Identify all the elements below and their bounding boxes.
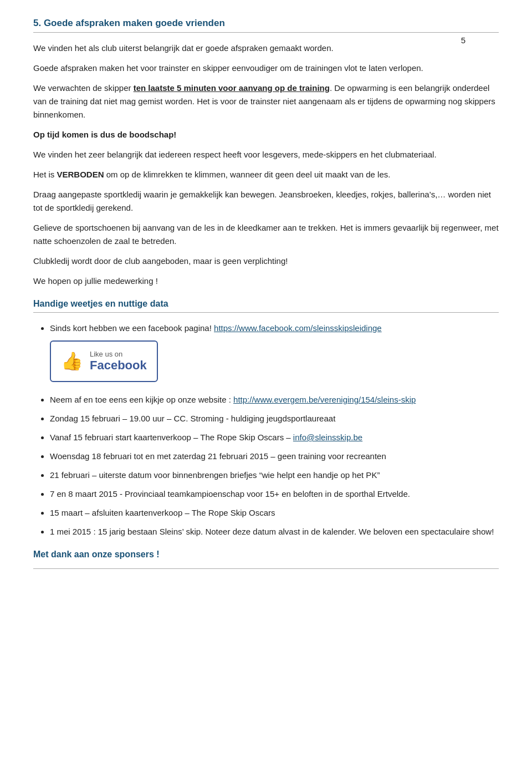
handige-divider: [33, 312, 499, 313]
facebook-text-before: Sinds kort hebben we een facebook pagina…: [50, 323, 214, 333]
para-1: We vinden het als club uiterst belangrij…: [33, 42, 499, 55]
website-text-before: Neem af en toe eens een kijkje op onze w…: [50, 395, 233, 404]
page-number: 5: [461, 35, 466, 45]
list-item-website: Neem af en toe eens een kijkje op onze w…: [50, 393, 499, 406]
verboden-label: VERBODEN: [57, 170, 104, 179]
facebook-box-text: Like us on Facebook: [90, 350, 147, 373]
list-item-facebook: Sinds kort hebben we een facebook pagina…: [50, 322, 499, 388]
para-7: Draag aangepaste sportkledij waarin je g…: [33, 188, 499, 215]
section5-title: 5. Goede afspraken maken goede vrienden: [33, 18, 499, 29]
para-10: We hopen op jullie medewerking !: [33, 274, 499, 288]
facebook-label: Facebook: [90, 358, 147, 373]
facebook-box[interactable]: 👍 Like us on Facebook: [50, 340, 158, 382]
op-tijd-label: Op tijd komen is dus de boodschap!: [33, 130, 176, 139]
met-dank-divider: [33, 568, 499, 569]
like-us-label: Like us on: [90, 350, 147, 359]
list-item-zondag: Zondag 15 februari – 19.00 uur – CC. Str…: [50, 412, 499, 425]
para-3: We verwachten de skipper ten laatste 5 m…: [33, 82, 499, 121]
email-link[interactable]: info@sleinsskip.be: [293, 433, 362, 442]
facebook-link[interactable]: https://www.facebook.com/sleinsskipsleid…: [214, 323, 382, 333]
list-item-kaartenverkoop: Vanaf 15 februari start kaartenverkoop –…: [50, 431, 499, 444]
para-2: Goede afspraken maken het voor trainster…: [33, 62, 499, 75]
para-8: Gelieve de sportschoenen bij aanvang van…: [33, 221, 499, 248]
list-item-1mei: 1 mei 2015 : 15 jarig bestaan Sleins’ sk…: [50, 525, 499, 538]
handige-title: Handige weetjes en nuttige data: [33, 299, 499, 309]
met-dank-title: Met dank aan onze sponsers !: [33, 550, 499, 560]
para-5: We vinden het zeer belangrijk dat iedere…: [33, 148, 499, 161]
kaartenverkoop-text: Vanaf 15 februari start kaartenverkoop –…: [50, 433, 293, 442]
list-item-7maart: 7 en 8 maart 2015 - Provinciaal teamkamp…: [50, 487, 499, 501]
handige-list: Sinds kort hebben we een facebook pagina…: [50, 322, 499, 538]
para-9: Clubkledij wordt door de club aangeboden…: [33, 255, 499, 268]
section5-divider: [33, 32, 499, 33]
para-6: Het is VERBODEN om op de klimrekken te k…: [33, 168, 499, 181]
list-item-15maart: 15 maart – afsluiten kaartenverkoop – Th…: [50, 506, 499, 520]
list-item-woensdag: Woensdag 18 februari tot en met zaterdag…: [50, 450, 499, 463]
para-4: Op tijd komen is dus de boodschap!: [33, 128, 499, 141]
list-item-21feb: 21 februari – uiterste datum voor binnen…: [50, 469, 499, 482]
thumbs-up-icon: 👍: [61, 347, 83, 375]
para-3-emphasis: ten laatste 5 minuten voor aanvang op de…: [134, 83, 330, 93]
website-link[interactable]: http://www.evergem.be/vereniging/154/sle…: [233, 395, 416, 404]
